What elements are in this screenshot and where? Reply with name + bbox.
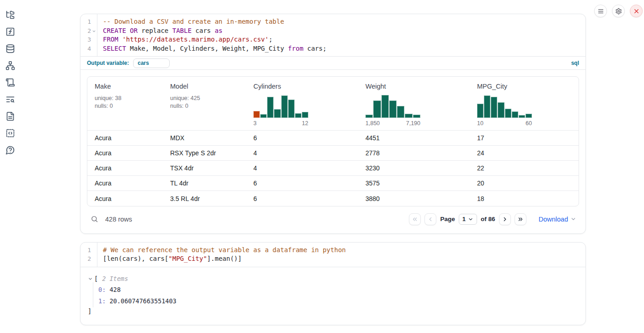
output-variable-input[interactable] [133, 58, 170, 68]
table-footer: 428 rows Page 1 of 86 [87, 211, 579, 227]
sidebar-item-scroll[interactable] [5, 77, 15, 87]
column-header-make[interactable]: Makeunique: 38nulls: 0 [87, 77, 163, 131]
table-row: AcuraTSX 4dr4323022 [87, 161, 579, 176]
sql-output-area: Makeunique: 38nulls: 0Modelunique: 425nu… [80, 69, 585, 233]
data-table: Makeunique: 38nulls: 0Modelunique: 425nu… [87, 76, 579, 206]
line-number: 2 [80, 26, 91, 36]
code-content[interactable]: # We can reference the output variable a… [97, 243, 585, 267]
histogram-range-labels: 312 [253, 120, 308, 127]
column-header-weight[interactable]: Weight1,8507,190 [358, 77, 470, 131]
python-code-editor[interactable]: 12 # We can reference the output variabl… [80, 243, 585, 267]
code-line: -- Download a CSV and create an in-memor… [103, 17, 585, 26]
function-square-icon [5, 27, 15, 37]
download-label: Download [539, 216, 569, 223]
tree-root-row: [ 2 Items [88, 275, 578, 282]
table-cell: TSX 4dr [163, 161, 246, 176]
sql-code-editor[interactable]: 1234 -- Download a CSV and create an in-… [80, 14, 585, 56]
sidebar-item-function-square[interactable] [5, 26, 15, 37]
histogram-bars [477, 93, 532, 118]
column-histogram[interactable]: 1,8507,190 [365, 93, 420, 127]
document-icon [5, 111, 15, 121]
language-badge: sql [571, 60, 579, 66]
sidebar-item-help-chat[interactable] [5, 145, 15, 155]
column-name: Cylinders [253, 83, 351, 90]
items-count-label: 2 Items [102, 275, 128, 282]
code-content[interactable]: -- Download a CSV and create an in-memor… [97, 14, 585, 56]
previous-page-button[interactable] [424, 213, 436, 225]
histogram-bar [526, 114, 532, 118]
menu-button[interactable] [594, 5, 607, 17]
histogram-bar [397, 106, 404, 118]
row-count: 428 rows [105, 216, 132, 223]
search-button[interactable] [91, 215, 98, 223]
file-tree-icon [5, 10, 15, 20]
table-cell: 24 [470, 146, 579, 161]
sidebar-item-dependency-graph[interactable] [5, 60, 15, 70]
total-pages-label: of 86 [481, 216, 495, 222]
tree-children: 0: 4281: 20.060747663551403 [93, 282, 578, 307]
last-page-button[interactable] [515, 213, 526, 225]
histogram-bar [477, 104, 483, 118]
table-cell: 22 [470, 161, 579, 176]
close-bracket: ] [88, 307, 578, 315]
sidebar-item-text-search[interactable] [5, 94, 15, 104]
histogram-bar [274, 109, 280, 118]
sidebar-item-file-tree[interactable] [5, 10, 15, 20]
column-name: Make [95, 83, 156, 90]
chevron-left-icon [427, 216, 434, 222]
column-histogram[interactable]: 312 [253, 93, 308, 127]
gear-icon [615, 8, 622, 15]
table-cell: 4 [246, 161, 358, 176]
column-header-mpg_city[interactable]: MPG_City1060 [470, 77, 579, 131]
code-snippets-icon [5, 128, 15, 138]
histogram-bar [491, 97, 497, 118]
histogram-bar [302, 112, 308, 118]
gear-button[interactable] [612, 5, 625, 17]
tree-entry: 1: 20.060747663551403 [98, 297, 578, 305]
histogram-bar [519, 115, 525, 118]
histogram-max-label: 12 [302, 120, 308, 127]
chevron-right-icon [502, 216, 508, 222]
column-name: Weight [365, 83, 462, 90]
table-cell: 6 [246, 176, 358, 191]
column-header-cylinders[interactable]: Cylinders312 [246, 77, 358, 131]
histogram-bar [373, 100, 381, 118]
histogram-bar [267, 97, 274, 118]
open-bracket: [ [94, 275, 98, 282]
fold-chevron-icon[interactable] [92, 29, 96, 33]
table-cell: TL 4dr [163, 176, 246, 191]
table-cell: 3.5 RL 4dr [163, 191, 246, 206]
scroll-icon [5, 78, 15, 87]
chevrons-left-icon [412, 216, 418, 222]
histogram-min-label: 1,850 [365, 120, 380, 127]
page-select[interactable]: 1 [459, 214, 477, 225]
output-variable-label: Output variable: [87, 60, 129, 66]
histogram-bar [260, 114, 267, 118]
search-icon [91, 215, 98, 223]
collapse-chevron-icon[interactable] [88, 276, 93, 281]
next-page-button[interactable] [499, 213, 511, 225]
menu-icon [597, 8, 604, 15]
column-header-model[interactable]: Modelunique: 425nulls: 0 [163, 77, 246, 131]
close-button[interactable] [630, 5, 643, 17]
histogram-bar [512, 111, 518, 118]
python-output-area: [ 2 Items 0: 4281: 20.060747663551403 ] [80, 267, 585, 325]
histogram-bar [498, 102, 504, 118]
sidebar-item-document[interactable] [5, 111, 15, 121]
sidebar-item-code-snippets[interactable] [5, 128, 15, 138]
table-row: AcuraRSX Type S 2dr4277824 [87, 146, 579, 161]
histogram-range-labels: 1,8507,190 [365, 120, 420, 127]
histogram-bar [381, 95, 389, 118]
table-cell: 3575 [358, 176, 470, 191]
page-select-value: 1 [462, 216, 466, 222]
table-row: Acura3.5 RL 4dr6388018 [87, 191, 579, 206]
tree-entry-key: 1: [98, 297, 106, 305]
table-cell: 6 [246, 131, 358, 146]
line-number: 4 [80, 44, 91, 53]
sidebar-item-database[interactable] [5, 43, 15, 53]
download-button[interactable]: Download [539, 216, 577, 223]
column-histogram[interactable]: 1060 [477, 93, 532, 127]
histogram-bar [281, 95, 288, 118]
first-page-button[interactable] [409, 213, 421, 225]
table-cell: Acura [87, 191, 163, 206]
